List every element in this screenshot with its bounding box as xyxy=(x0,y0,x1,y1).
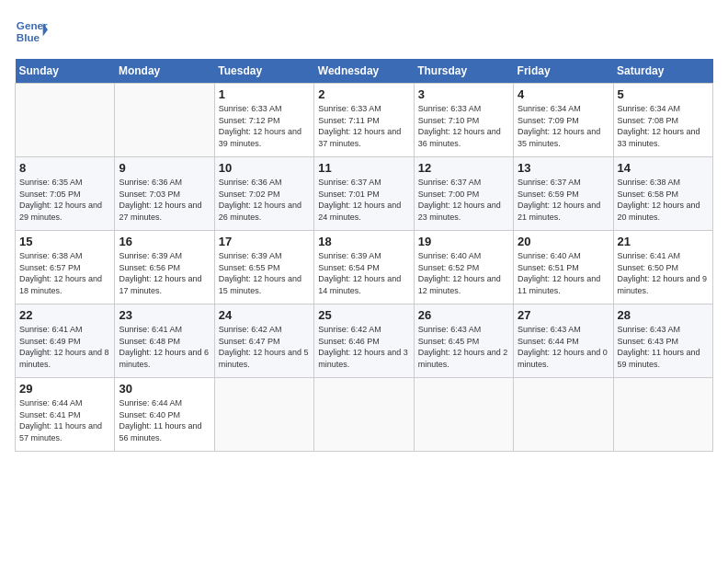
calendar-cell: 1 Sunrise: 6:33 AMSunset: 7:12 PMDayligh… xyxy=(214,84,313,157)
calendar-cell xyxy=(613,378,712,452)
day-info: Sunrise: 6:34 AMSunset: 7:08 PMDaylight:… xyxy=(618,104,700,148)
weekday-header: Saturday xyxy=(613,59,712,84)
calendar-cell: 18 Sunrise: 6:39 AMSunset: 6:54 PMDaylig… xyxy=(314,231,414,304)
day-info: Sunrise: 6:37 AMSunset: 7:01 PMDaylight:… xyxy=(318,178,401,222)
day-number: 10 xyxy=(219,161,310,175)
calendar-table: SundayMondayTuesdayWednesdayThursdayFrid… xyxy=(15,59,713,452)
day-info: Sunrise: 6:41 AMSunset: 6:50 PMDaylight:… xyxy=(618,251,708,295)
weekday-header: Sunday xyxy=(16,59,115,84)
calendar-cell xyxy=(514,378,613,452)
day-number: 15 xyxy=(19,235,110,248)
calendar-cell: 26 Sunrise: 6:43 AMSunset: 6:45 PMDaylig… xyxy=(414,304,513,378)
day-info: Sunrise: 6:33 AMSunset: 7:10 PMDaylight:… xyxy=(418,104,501,148)
day-info: Sunrise: 6:39 AMSunset: 6:56 PMDaylight:… xyxy=(119,251,201,295)
calendar-cell xyxy=(16,84,115,157)
calendar-cell: 27 Sunrise: 6:43 AMSunset: 6:44 PMDaylig… xyxy=(514,304,613,378)
day-number: 28 xyxy=(618,308,709,322)
day-info: Sunrise: 6:41 AMSunset: 6:49 PMDaylight:… xyxy=(19,325,109,369)
calendar-cell: 4 Sunrise: 6:34 AMSunset: 7:09 PMDayligh… xyxy=(514,84,613,157)
day-number: 13 xyxy=(518,161,609,175)
logo: General Blue xyxy=(15,15,48,48)
day-number: 25 xyxy=(318,308,409,322)
day-info: Sunrise: 6:39 AMSunset: 6:54 PMDaylight:… xyxy=(318,251,401,295)
logo-icon: General Blue xyxy=(15,15,48,48)
calendar-cell: 13 Sunrise: 6:37 AMSunset: 6:59 PMDaylig… xyxy=(514,157,613,231)
calendar-cell: 11 Sunrise: 6:37 AMSunset: 7:01 PMDaylig… xyxy=(314,157,414,231)
day-info: Sunrise: 6:43 AMSunset: 6:43 PMDaylight:… xyxy=(618,325,700,369)
calendar-cell xyxy=(414,378,513,452)
day-info: Sunrise: 6:38 AMSunset: 6:58 PMDaylight:… xyxy=(618,178,700,222)
day-number: 18 xyxy=(318,235,409,248)
day-number: 17 xyxy=(219,235,310,248)
day-info: Sunrise: 6:36 AMSunset: 7:02 PMDaylight:… xyxy=(219,178,301,222)
calendar-cell: 5 Sunrise: 6:34 AMSunset: 7:08 PMDayligh… xyxy=(613,84,712,157)
calendar-cell: 29 Sunrise: 6:44 AMSunset: 6:41 PMDaylig… xyxy=(16,378,115,452)
calendar-cell: 9 Sunrise: 6:36 AMSunset: 7:03 PMDayligh… xyxy=(115,157,214,231)
day-info: Sunrise: 6:40 AMSunset: 6:52 PMDaylight:… xyxy=(418,251,501,295)
day-number: 16 xyxy=(119,235,210,248)
day-number: 26 xyxy=(418,308,509,322)
day-number: 14 xyxy=(618,161,709,175)
calendar-cell: 30 Sunrise: 6:44 AMSunset: 6:40 PMDaylig… xyxy=(115,378,214,452)
day-info: Sunrise: 6:35 AMSunset: 7:05 PMDaylight:… xyxy=(19,178,102,222)
calendar-cell: 8 Sunrise: 6:35 AMSunset: 7:05 PMDayligh… xyxy=(16,157,115,231)
day-info: Sunrise: 6:42 AMSunset: 6:46 PMDaylight:… xyxy=(318,325,408,369)
day-info: Sunrise: 6:42 AMSunset: 6:47 PMDaylight:… xyxy=(219,325,309,369)
calendar-cell: 2 Sunrise: 6:33 AMSunset: 7:11 PMDayligh… xyxy=(314,84,414,157)
weekday-header: Wednesday xyxy=(314,59,414,84)
calendar-cell: 20 Sunrise: 6:40 AMSunset: 6:51 PMDaylig… xyxy=(514,231,613,304)
calendar-cell: 24 Sunrise: 6:42 AMSunset: 6:47 PMDaylig… xyxy=(214,304,313,378)
day-info: Sunrise: 6:43 AMSunset: 6:44 PMDaylight:… xyxy=(518,325,608,369)
calendar-cell: 16 Sunrise: 6:39 AMSunset: 6:56 PMDaylig… xyxy=(115,231,214,304)
day-number: 12 xyxy=(418,161,509,175)
calendar-cell xyxy=(115,84,214,157)
day-number: 5 xyxy=(618,87,709,101)
day-info: Sunrise: 6:38 AMSunset: 6:57 PMDaylight:… xyxy=(19,251,102,295)
day-info: Sunrise: 6:41 AMSunset: 6:48 PMDaylight:… xyxy=(119,325,209,369)
day-info: Sunrise: 6:36 AMSunset: 7:03 PMDaylight:… xyxy=(119,178,201,222)
day-number: 22 xyxy=(19,308,110,322)
svg-text:Blue: Blue xyxy=(17,31,40,43)
calendar-cell: 23 Sunrise: 6:41 AMSunset: 6:48 PMDaylig… xyxy=(115,304,214,378)
calendar-cell: 14 Sunrise: 6:38 AMSunset: 6:58 PMDaylig… xyxy=(613,157,712,231)
calendar-cell: 22 Sunrise: 6:41 AMSunset: 6:49 PMDaylig… xyxy=(16,304,115,378)
weekday-header: Monday xyxy=(115,59,214,84)
calendar-cell xyxy=(314,378,414,452)
calendar-cell: 28 Sunrise: 6:43 AMSunset: 6:43 PMDaylig… xyxy=(613,304,712,378)
day-info: Sunrise: 6:34 AMSunset: 7:09 PMDaylight:… xyxy=(518,104,600,148)
day-number: 3 xyxy=(418,87,509,101)
day-number: 8 xyxy=(19,161,110,175)
day-number: 21 xyxy=(618,235,709,248)
day-info: Sunrise: 6:44 AMSunset: 6:41 PMDaylight:… xyxy=(19,398,102,442)
calendar-cell xyxy=(214,378,313,452)
day-info: Sunrise: 6:44 AMSunset: 6:40 PMDaylight:… xyxy=(119,398,201,442)
weekday-header: Tuesday xyxy=(214,59,313,84)
day-number: 27 xyxy=(518,308,609,322)
day-info: Sunrise: 6:39 AMSunset: 6:55 PMDaylight:… xyxy=(219,251,301,295)
weekday-header: Thursday xyxy=(414,59,513,84)
day-info: Sunrise: 6:43 AMSunset: 6:45 PMDaylight:… xyxy=(418,325,508,369)
calendar-cell: 19 Sunrise: 6:40 AMSunset: 6:52 PMDaylig… xyxy=(414,231,513,304)
day-info: Sunrise: 6:37 AMSunset: 7:00 PMDaylight:… xyxy=(418,178,501,222)
calendar-cell: 12 Sunrise: 6:37 AMSunset: 7:00 PMDaylig… xyxy=(414,157,513,231)
calendar-cell: 25 Sunrise: 6:42 AMSunset: 6:46 PMDaylig… xyxy=(314,304,414,378)
day-info: Sunrise: 6:33 AMSunset: 7:11 PMDaylight:… xyxy=(318,104,401,148)
day-number: 23 xyxy=(119,308,210,322)
calendar-cell: 15 Sunrise: 6:38 AMSunset: 6:57 PMDaylig… xyxy=(16,231,115,304)
calendar-cell: 21 Sunrise: 6:41 AMSunset: 6:50 PMDaylig… xyxy=(613,231,712,304)
calendar-cell: 3 Sunrise: 6:33 AMSunset: 7:10 PMDayligh… xyxy=(414,84,513,157)
day-number: 11 xyxy=(318,161,409,175)
day-number: 4 xyxy=(518,87,609,101)
day-number: 19 xyxy=(418,235,509,248)
calendar-cell: 10 Sunrise: 6:36 AMSunset: 7:02 PMDaylig… xyxy=(214,157,313,231)
day-number: 20 xyxy=(518,235,609,248)
day-number: 9 xyxy=(119,161,210,175)
day-number: 24 xyxy=(219,308,310,322)
day-number: 29 xyxy=(19,382,110,396)
day-info: Sunrise: 6:40 AMSunset: 6:51 PMDaylight:… xyxy=(518,251,600,295)
day-info: Sunrise: 6:33 AMSunset: 7:12 PMDaylight:… xyxy=(219,104,301,148)
page-header: General Blue xyxy=(15,15,713,48)
day-number: 2 xyxy=(318,87,409,101)
day-number: 1 xyxy=(219,87,310,101)
calendar-cell: 17 Sunrise: 6:39 AMSunset: 6:55 PMDaylig… xyxy=(214,231,313,304)
